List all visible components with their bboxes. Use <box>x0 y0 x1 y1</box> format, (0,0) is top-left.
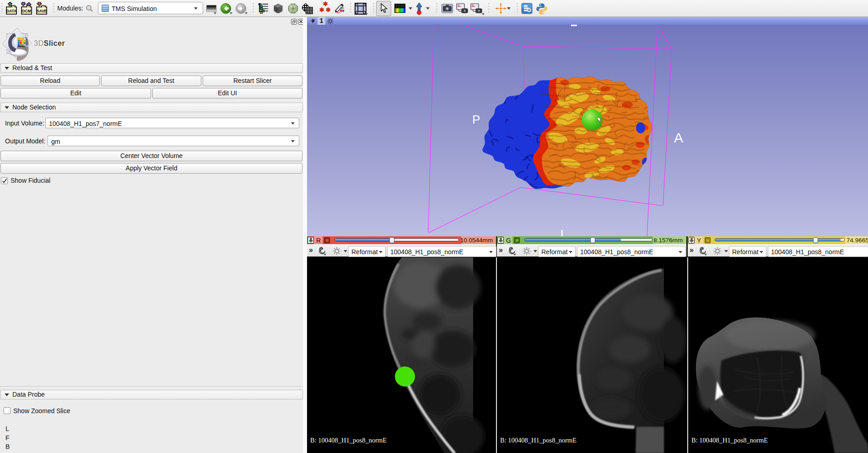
svg-text:I: I <box>560 227 564 236</box>
svg-text:SAVE: SAVE <box>37 9 47 13</box>
svg-text:B: 100408_H1_pos8_normE: B: 100408_H1_pos8_normE <box>500 437 577 444</box>
svg-text:A: A <box>674 130 683 145</box>
svg-text:DCM: DCM <box>22 9 31 13</box>
svg-text:P: P <box>472 113 480 126</box>
svg-text:B: 100408_H1_pos8_normE: B: 100408_H1_pos8_normE <box>310 437 387 444</box>
svg-text:B: 100408_H1_pos8_normE: B: 100408_H1_pos8_normE <box>691 437 768 444</box>
svg-text:DATA: DATA <box>6 9 16 13</box>
